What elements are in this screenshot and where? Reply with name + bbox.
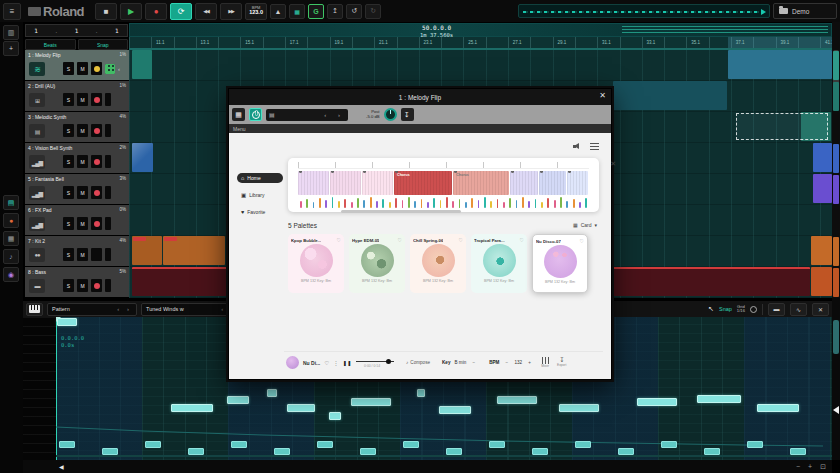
audio-clip[interactable] — [132, 236, 162, 265]
track-header[interactable]: 3 : Melodic Synth 4% ▤ S M — [25, 112, 129, 142]
bpm-plus-button[interactable]: + — [526, 360, 533, 365]
record-arm-button[interactable] — [91, 124, 102, 137]
export-button[interactable]: ↧ Export — [557, 357, 566, 367]
track-header[interactable]: 7 : Kit 2 4% ●● S M — [25, 236, 129, 266]
undo-button[interactable]: ↺ — [346, 4, 362, 19]
rail-tool-icon[interactable]: ● — [3, 213, 19, 228]
key-minus-button[interactable]: − — [470, 360, 477, 365]
arrangement-preview-card[interactable]: ✕ ChorusChorus — [288, 158, 599, 212]
compose-button[interactable]: ♪ Compose — [406, 360, 430, 365]
step-block[interactable] — [317, 441, 333, 448]
demo-project-button[interactable]: Demo — [773, 3, 837, 19]
midi-note[interactable] — [227, 396, 249, 404]
audio-clip[interactable] — [813, 143, 832, 172]
step-block[interactable] — [403, 441, 419, 448]
mute-button[interactable]: M — [77, 93, 88, 106]
audio-clip[interactable] — [132, 50, 152, 79]
snap-toggle[interactable]: Snap — [78, 39, 129, 50]
kebab-menu-icon[interactable]: ⋮ — [333, 360, 339, 366]
selector-arrows-icon[interactable]: ‹ › — [117, 306, 132, 312]
step-block[interactable] — [575, 441, 591, 448]
zoom-out-button[interactable]: − — [796, 463, 800, 471]
step-block[interactable] — [274, 448, 290, 455]
audio-clip[interactable] — [811, 267, 832, 296]
bar-field[interactable]: 1 — [34, 27, 38, 34]
record-arm-button[interactable] — [91, 62, 102, 75]
sidebar-item-favorite[interactable]: ♥ Favorite — [237, 207, 283, 217]
track-header[interactable]: 5 : Fantasia Bell 3% ▂▄▆ S M — [25, 174, 129, 204]
heart-icon[interactable]: ♡ — [337, 237, 341, 243]
mute-button[interactable]: M — [77, 248, 88, 261]
midi-note[interactable] — [171, 404, 213, 412]
step-block[interactable] — [145, 441, 161, 448]
heart-icon[interactable]: ♡ — [580, 238, 584, 244]
song-section-block[interactable]: Chorus — [453, 171, 509, 195]
mute-button[interactable]: M — [77, 124, 88, 137]
palette-card[interactable]: Chill Spring-06 ♡ BPM 132 Key: Bm — [410, 234, 466, 293]
expand-view-button[interactable]: ⊡ — [820, 463, 826, 471]
solo-button[interactable]: S — [63, 186, 74, 199]
midi-note[interactable] — [417, 389, 425, 397]
solo-button[interactable]: S — [63, 93, 74, 106]
record-arm-button[interactable] — [91, 279, 102, 292]
song-section-block[interactable]: Chorus — [394, 171, 452, 195]
beat-field[interactable]: 1 — [75, 27, 79, 34]
options-menu-icon[interactable] — [590, 143, 599, 150]
mute-button[interactable]: M — [77, 62, 88, 75]
pause-button[interactable]: ❚❚ — [343, 360, 352, 366]
plugin-save-button[interactable]: ↧ — [401, 108, 414, 121]
audio-clip[interactable] — [813, 174, 832, 203]
stop-button[interactable]: ■ — [95, 3, 117, 20]
main-menu-button[interactable]: ≡ — [3, 3, 21, 20]
rewind-button[interactable]: ◀◀ — [195, 3, 217, 20]
midi-note[interactable] — [559, 404, 599, 412]
pianoroll-scrollbar[interactable] — [832, 298, 840, 460]
rail-tool-icon[interactable]: + — [3, 41, 19, 56]
record-arm-button[interactable] — [91, 155, 102, 168]
song-section-block[interactable] — [298, 171, 329, 195]
volume-icon[interactable] — [573, 143, 583, 150]
record-arm-button[interactable] — [91, 93, 102, 106]
song-section-block[interactable] — [510, 171, 537, 195]
step-block[interactable] — [59, 441, 75, 448]
song-section-block[interactable] — [539, 171, 566, 195]
record-button[interactable]: ● — [145, 3, 167, 20]
step-block[interactable] — [231, 441, 247, 448]
key-value-dropdown[interactable]: B min — [454, 360, 466, 365]
bpm-display[interactable]: BPM 123.0 — [245, 3, 267, 20]
forward-button[interactable]: ▶▶ — [220, 3, 242, 20]
solo-button[interactable]: S — [63, 124, 74, 137]
metronome-button[interactable]: ▲ — [270, 4, 286, 19]
midi-note[interactable] — [329, 412, 341, 420]
mute-button[interactable]: M — [77, 279, 88, 292]
solo-button[interactable]: S — [63, 279, 74, 292]
audio-clip[interactable] — [163, 236, 225, 265]
grid-view-button[interactable]: ▦ — [289, 4, 305, 19]
plugin-grid-button[interactable]: ▦ — [232, 108, 245, 121]
groove-sync-button[interactable]: G — [308, 4, 324, 19]
rail-tool-icon[interactable]: ▤ — [3, 195, 19, 210]
pointer-tool-icon[interactable]: ↖ — [708, 305, 714, 313]
rail-tool-icon[interactable]: ♪ — [3, 249, 19, 264]
heart-icon[interactable]: ♡ — [324, 360, 329, 366]
magnifier-icon[interactable] — [750, 306, 757, 313]
play-button[interactable]: ▶ — [120, 3, 142, 20]
mute-button[interactable]: M — [77, 217, 88, 230]
preview-close-icon[interactable]: ✕ — [610, 160, 616, 168]
zoom-in-button[interactable]: + — [808, 463, 812, 471]
mute-button[interactable]: M — [77, 155, 88, 168]
palette-card[interactable]: Hype EDM-05 ♡ BPM 132 Key: Bm — [349, 234, 405, 293]
heart-icon[interactable]: ♡ — [459, 237, 463, 243]
midi-note[interactable] — [439, 406, 471, 414]
scroll-left-button[interactable]: ◀ — [59, 463, 64, 470]
step-block[interactable] — [102, 448, 118, 455]
tick-field[interactable]: 1 — [115, 27, 119, 34]
step-block[interactable] — [704, 448, 720, 455]
scrollbar-handle[interactable] — [833, 320, 839, 354]
share-button[interactable]: ↥ — [327, 4, 343, 19]
plugin-power-button[interactable] — [249, 108, 262, 121]
plugin-close-button[interactable]: ✕ — [599, 91, 606, 100]
pattern-grid-icon[interactable] — [105, 64, 115, 74]
step-block[interactable] — [446, 448, 462, 455]
solo-button[interactable]: S — [63, 217, 74, 230]
